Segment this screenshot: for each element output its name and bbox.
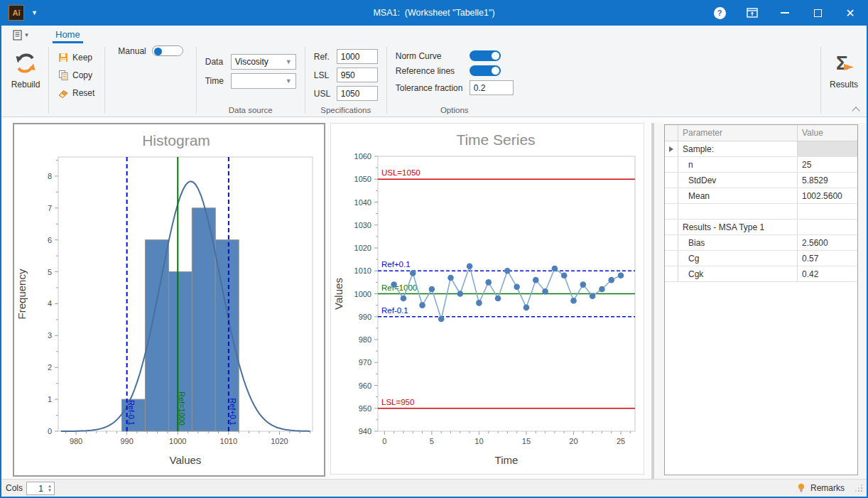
current-row-icon (669, 146, 673, 152)
reset-button[interactable]: Reset (55, 85, 97, 100)
sigma-results-icon: Σ (832, 51, 856, 75)
keep-button[interactable]: Keep (55, 50, 97, 65)
cell-parameter: Results - MSA Type 1 (678, 220, 798, 234)
svg-text:1010: 1010 (354, 266, 371, 275)
cell-parameter: n (678, 157, 798, 172)
norm-curve-toggle[interactable] (470, 50, 501, 61)
table-row[interactable]: StdDev5.8529 (665, 173, 857, 188)
table-row[interactable]: Cgk0.42 (665, 266, 857, 282)
table-row[interactable]: n25 (665, 157, 857, 173)
svg-text:Frequency: Frequency (16, 269, 28, 319)
results-table-panel: Parameter Value Sample:n25StdDev5.8529Me… (664, 124, 858, 475)
results-table-rows: Sample:n25StdDev5.8529Mean1002.5600Resul… (665, 141, 857, 282)
minimize-button[interactable] (769, 0, 801, 26)
app-logo-icon[interactable]: Aī (9, 5, 24, 21)
column-header-parameter[interactable]: Parameter (678, 125, 798, 141)
row-selector (665, 235, 678, 250)
time-combobox[interactable]: ▼ (231, 73, 296, 89)
histogram-panel[interactable]: Histogram980990100010101020012345678Ref-… (13, 123, 325, 477)
resize-grip[interactable] (854, 483, 864, 493)
ref-input[interactable] (337, 49, 378, 64)
svg-text:1020: 1020 (354, 244, 371, 252)
options-group: Norm Curve Reference lines Tolerance fra… (390, 45, 519, 117)
manual-label: Manual (118, 46, 146, 56)
reset-label: Reset (72, 88, 94, 98)
ribbon-separator (820, 47, 821, 114)
svg-text:1: 1 (48, 395, 52, 404)
help-icon: ? (714, 7, 726, 19)
table-row[interactable]: Cg0.57 (665, 251, 857, 266)
cell-parameter: Cgk (678, 266, 798, 281)
data-combobox[interactable]: Viscosity ▼ (231, 54, 296, 70)
tolerance-fraction-input[interactable] (470, 80, 514, 95)
rebuild-refresh-icon (13, 51, 38, 75)
svg-text:8: 8 (48, 172, 52, 180)
usl-input[interactable] (337, 86, 378, 101)
group-caption-options: Options (390, 104, 519, 117)
table-row[interactable]: Bias2.5600 (665, 235, 857, 251)
table-row[interactable] (665, 204, 857, 220)
keep-label: Keep (72, 53, 92, 63)
svg-text:2: 2 (48, 363, 52, 372)
svg-text:5: 5 (48, 268, 52, 276)
close-button[interactable]: ✕ (834, 0, 867, 26)
cell-parameter: Sample: (678, 141, 798, 156)
cols-stepper[interactable]: 1 ▲ ▼ (26, 482, 55, 495)
results-button[interactable]: Σ Results (824, 45, 864, 90)
data-source-group: Data Viscosity ▼ Time ▼ Data (200, 45, 302, 117)
maximize-icon (814, 9, 822, 17)
manual-toggle[interactable] (152, 45, 183, 56)
stepper-down-icon[interactable]: ▼ (48, 488, 52, 492)
svg-text:7: 7 (48, 204, 52, 212)
minimize-icon (781, 12, 789, 13)
app-menu-caret-icon: ▼ (24, 32, 30, 38)
rebuild-button[interactable]: Rebuild (6, 45, 45, 90)
lightbulb-icon (797, 483, 805, 493)
svg-text:Time: Time (495, 454, 519, 466)
svg-text:Ref+0.1: Ref+0.1 (229, 398, 237, 426)
row-selector (665, 157, 678, 172)
data-label: Data (205, 57, 227, 67)
ribbon-separator (104, 47, 105, 114)
copy-button[interactable]: Copy (55, 67, 97, 82)
svg-text:Histogram: Histogram (142, 132, 210, 148)
rebuild-label: Rebuild (11, 80, 40, 90)
cols-stepper-value: 1 (27, 482, 45, 494)
tolerance-fraction-label: Tolerance fraction (396, 83, 470, 93)
app-window: Aī ▼ MSA1: (Worksheet "Tabelle1") ? ✕ (0, 0, 868, 498)
svg-text:990: 990 (359, 313, 371, 321)
svg-text:5: 5 (430, 437, 434, 445)
svg-text:LSL=950: LSL=950 (381, 398, 414, 406)
reference-lines-toggle[interactable] (470, 65, 501, 76)
copy-label: Copy (72, 70, 92, 80)
panel-layout-button[interactable] (736, 0, 769, 26)
svg-text:10: 10 (474, 437, 483, 445)
table-row[interactable]: Results - MSA Type 1 (665, 220, 857, 235)
tab-home[interactable]: Home (53, 27, 83, 43)
ref-label: Ref. (314, 52, 332, 62)
app-menu-button[interactable]: ▼ (9, 27, 33, 43)
timeseries-panel[interactable]: Time Series05101520259409509609709809901… (330, 123, 644, 475)
svg-text:Time Series: Time Series (456, 131, 535, 148)
help-button[interactable]: ? (703, 0, 736, 26)
usl-label: USL (314, 89, 332, 99)
column-header-value[interactable]: Value (798, 125, 857, 141)
app-menu-caret-icon[interactable]: ▼ (31, 9, 38, 16)
manual-group: Manual (108, 45, 192, 117)
svg-text:1020: 1020 (271, 437, 288, 445)
cell-value (798, 141, 857, 156)
results-label: Results (830, 80, 858, 90)
lsl-input[interactable] (337, 67, 378, 82)
svg-text:1030: 1030 (354, 221, 371, 229)
svg-text:Values: Values (170, 454, 202, 466)
ribbon-separator (48, 47, 49, 114)
table-row[interactable]: Mean1002.5600 (665, 188, 857, 204)
table-row[interactable]: Sample: (665, 141, 857, 157)
collapse-ribbon-button[interactable] (853, 106, 859, 112)
maximize-button[interactable] (801, 0, 834, 26)
svg-text:980: 980 (70, 437, 82, 445)
remarks-button[interactable]: Remarks (810, 483, 845, 493)
row-selector (665, 173, 678, 188)
svg-text:0: 0 (382, 437, 386, 445)
cell-value: 0.42 (798, 266, 857, 281)
